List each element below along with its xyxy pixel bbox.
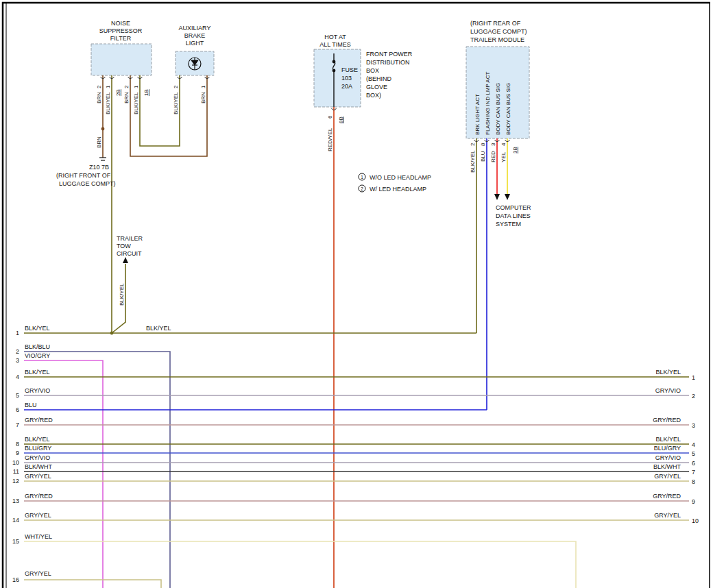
computer-data-line3: SYSTEM [496,221,521,228]
module-pin4: 4 [500,143,507,146]
ground-location-line1: (RIGHT FRONT OF [56,172,111,179]
power-box-note-line6: BOX) [366,92,381,99]
brake-light-pin2: 2 [173,85,179,88]
computer-data-line2: DATA LINES [496,212,531,219]
right-row6-number: 6 [692,460,695,467]
module-wire-yel: YEL [500,151,507,162]
row8-label: BLK/YEL [25,436,50,443]
row11-number: 11 [13,468,19,475]
brake-light-wire-brn: BRN [200,92,206,103]
right-row2-label: GRY/VIO [655,387,681,394]
suppressor-wire-blkyel: BLK/YEL [105,92,111,114]
computer-data-arrow-red-icon [494,194,500,200]
hot-at-all-times-line1: HOT AT [324,34,346,40]
fuse-dot-top [333,60,336,64]
power-box-note-line2: DISTRIBUTION [366,59,410,66]
row10-number: 10 [12,459,19,466]
row10-label: GRY/VIO [25,454,50,461]
brake-light-title-line2: BRAKE [184,32,206,39]
row12-number: 12 [12,478,19,485]
row1-label: BLK/YEL [25,325,50,332]
noise-suppressor-filter-box [91,44,152,75]
row2-label: BLK/BLU [25,343,50,350]
module-wire-blkyel: BLK/YEL [470,150,476,173]
noise-suppressor-title-line2: SUPPRESSOR [99,27,143,34]
right-row3-label: GRY/RED [653,417,681,424]
fuse-wire-redyel: RED/YEL [327,127,333,151]
row14-number: 14 [12,517,19,524]
right-row6-label: GRY/VIO [655,454,681,461]
right-row7-number: 7 [692,469,695,476]
legend-1-badge-number: 1 [361,175,363,180]
row7-label: GRY/RED [25,417,53,424]
row16-label: GRY/YEL [25,570,51,577]
right-row4-number: 4 [692,441,695,448]
trailer-module-title-line3: TRAILER MODULE [470,36,524,43]
module-wire-blu: BLU [480,151,486,162]
right-row2-number: 2 [692,393,695,400]
computer-data-line1: COMPUTER [496,204,531,211]
hot-at-all-times-line2: ALL TIMES [319,41,351,48]
fuse-dot-bottom [333,69,336,73]
row6-label: BLU [25,402,37,408]
module-signal-can-2: BODY CAN BUS SIG [505,83,511,135]
connector-8b: 8B [338,117,344,123]
trailer-module-title-line2: LUGGAGE COMPT) [470,28,527,35]
right-row5-label: BLU/GRY [654,445,681,452]
trailer-tow-arrow-up-icon [123,257,128,263]
module-pin8: 8 [480,143,486,146]
junction-dot-blkyel [110,332,114,335]
module-signal-brk-light-act: BRK LIGHT ACT [474,94,481,135]
row1-label-mid: BLK/YEL [146,325,171,332]
row9-label: BLU/GRY [25,445,51,452]
row9-number: 9 [16,450,19,456]
row15-number: 15 [12,538,19,545]
wire-row-16-gryyel [24,580,161,588]
legend-1-label: W/O LED HEADLAMP [370,174,431,181]
trailer-tow-wire-blkyel: BLK/YEL [119,283,125,306]
connector-2b: 2B [115,89,121,96]
suppressor-pin1: 1 [105,85,111,88]
module-pin3: 3 [490,143,496,146]
row15-label: WHT/YEL [25,533,52,540]
ground-wire-brn: BRN [96,136,102,148]
noise-suppressor-title-line3: FILTER [110,35,132,42]
row5-number: 5 [16,392,19,399]
wiring-diagram-page: 12NOISESUPPRESSORFILTERAUXILIARYBRAKELIG… [0,0,713,588]
row1-number: 1 [16,330,19,336]
right-row1-label: BLK/YEL [655,369,681,376]
computer-data-arrow-yel-icon [505,194,510,200]
trailer-module-title-line1: (RIGHT REAR OF [470,20,521,27]
trailer-tow-line1: TRAILER [117,235,143,242]
suppressor-wire-brn-2: BRN [123,92,130,103]
row4-number: 4 [16,373,19,380]
legend-2-label: W/ LED HEADLAMP [370,186,426,193]
right-row8-label: GRY/YEL [654,473,681,480]
right-row5-number: 5 [692,450,695,457]
brake-light-wire-blkyel: BLK/YEL [173,92,179,114]
right-row3-number: 3 [692,422,695,429]
right-row7-label: BLK/WHT [653,463,681,470]
module-wire-red: RED [490,151,496,162]
brake-light-title-line1: AUXILIARY [179,25,211,32]
row8-number: 8 [16,441,19,448]
right-row10-label: GRY/YEL [654,512,681,519]
trailer-tow-line2: TOW [117,243,131,249]
junction-dot-brn [101,127,105,131]
row3-number: 3 [16,357,19,364]
legend-2-badge-number: 2 [361,186,363,191]
connector-1b: 1B [143,89,149,96]
right-row9-label: GRY/RED [653,493,681,500]
wiring-diagram: 12NOISESUPPRESSORFILTERAUXILIARYBRAKELIG… [0,0,713,588]
power-box-note-line1: FRONT POWER [366,51,413,58]
right-row10-number: 10 [692,517,699,524]
right-row9-number: 9 [692,498,695,505]
row11-label: BLK/WHT [25,463,53,470]
ground-id: Z10 7B [89,164,109,171]
right-row4-label: BLK/YEL [655,436,681,443]
ground-location-line2: LUGGAGE COMPT) [59,180,116,187]
row4-label: BLK/YEL [25,369,50,376]
wire-row-15-whtyel [24,541,576,588]
brake-light-title-line3: LIGHT [186,40,204,47]
module-signal-flashing-ind: FLASHING IND LMP ACT [485,72,491,135]
